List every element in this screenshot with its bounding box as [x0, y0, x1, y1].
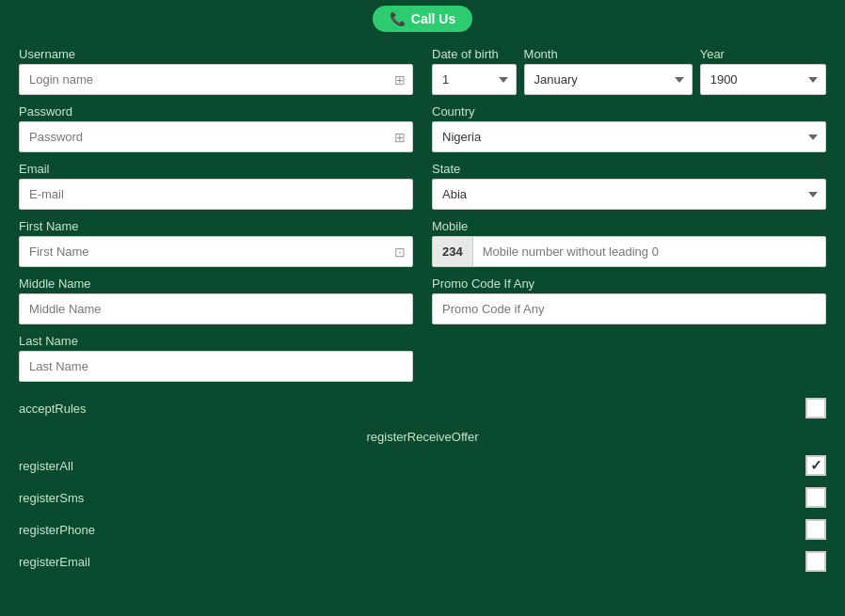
checkboxes-section: acceptRules registerReceiveOffer registe…: [0, 391, 845, 578]
state-select[interactable]: AbiaAdamawaAkwa IbomAnambraBauchiBayelsa…: [432, 179, 826, 210]
password-field-group: Password ⊞: [19, 104, 413, 152]
lastname-input[interactable]: [19, 351, 413, 382]
password-input-wrapper: ⊞: [19, 121, 413, 152]
register-all-label: registerAll: [19, 459, 73, 473]
main-form: Username ⊞ Password ⊞ Email First Name ⊡: [0, 38, 845, 391]
firstname-label: First Name: [19, 219, 413, 233]
email-field-group: Email: [19, 162, 413, 210]
middlename-label: Middle Name: [19, 276, 413, 291]
register-email-label: registerEmail: [19, 555, 90, 569]
dob-month-col: JanuaryFebruaryMarchAprilMayJuneJulyAugu…: [524, 64, 693, 95]
phone-icon: 📞: [390, 11, 406, 26]
dob-field-group: Date of birth Month Year 123456789101112…: [432, 47, 826, 95]
firstname-field-group: First Name ⊡: [19, 219, 413, 267]
register-receive-offer-label: registerReceiveOffer: [19, 428, 826, 446]
left-column: Username ⊞ Password ⊞ Email First Name ⊡: [19, 47, 413, 382]
password-label: Password: [19, 104, 413, 118]
dob-month-col-label: Month: [524, 47, 693, 61]
register-phone-row: registerPhone: [19, 517, 826, 542]
dob-day-col: 1234567891011121314151617181920212223242…: [432, 64, 517, 95]
month-label: Month: [524, 47, 693, 61]
mobile-label: Mobile: [432, 219, 826, 233]
dob-label-row: Date of birth Month Year: [432, 47, 826, 61]
middlename-field-group: Middle Name: [19, 276, 413, 324]
lastname-field-group: Last Name: [19, 334, 413, 382]
register-email-checkbox[interactable]: [805, 551, 826, 572]
middlename-input[interactable]: [19, 293, 413, 324]
accept-rules-label: acceptRules: [19, 402, 87, 416]
username-icon: ⊞: [394, 72, 406, 87]
dob-day-select[interactable]: 1234567891011121314151617181920212223242…: [432, 64, 517, 95]
country-select[interactable]: Nigeria: [432, 121, 826, 152]
username-input-wrapper: ⊞: [19, 64, 413, 95]
dob-day-col: Date of birth: [432, 47, 517, 61]
email-label: Email: [19, 162, 413, 176]
register-phone-label: registerPhone: [19, 523, 95, 537]
username-input[interactable]: [19, 64, 413, 95]
right-column: Date of birth Month Year 123456789101112…: [432, 47, 826, 382]
password-input[interactable]: [19, 121, 413, 152]
dob-year-select[interactable]: 1900190119021903190419051906190719081909…: [700, 64, 826, 95]
year-label: Year: [700, 47, 826, 61]
promo-input[interactable]: [432, 293, 826, 324]
firstname-input-wrapper: ⊡: [19, 236, 413, 267]
mobile-input-row: 234: [432, 236, 826, 267]
register-phone-checkbox[interactable]: [805, 519, 826, 540]
register-email-row: registerEmail: [19, 549, 826, 574]
email-input[interactable]: [19, 179, 413, 210]
mobile-prefix: 234: [433, 237, 473, 266]
password-icon: ⊞: [394, 130, 406, 145]
register-sms-checkbox[interactable]: [805, 487, 826, 508]
register-sms-label: registerSms: [19, 491, 84, 505]
accept-rules-checkbox[interactable]: [805, 398, 826, 419]
mobile-field-group: Mobile 234: [432, 219, 826, 267]
country-field-group: Country Nigeria: [432, 104, 826, 152]
call-us-label: Call Us: [411, 11, 455, 26]
promo-label: Promo Code If Any: [432, 276, 826, 291]
accept-rules-row: acceptRules: [19, 396, 826, 420]
dob-month-select[interactable]: JanuaryFebruaryMarchAprilMayJuneJulyAugu…: [524, 64, 693, 95]
country-label: Country: [432, 104, 826, 118]
firstname-icon: ⊡: [394, 245, 406, 260]
register-all-checkbox[interactable]: [805, 455, 826, 476]
top-bar: 📞 Call Us: [0, 0, 845, 38]
dob-year-col-label: Year: [700, 47, 826, 61]
username-label: Username: [19, 47, 413, 61]
promo-field-group: Promo Code If Any: [432, 276, 826, 324]
username-field-group: Username ⊞: [19, 47, 413, 95]
state-field-group: State AbiaAdamawaAkwa IbomAnambraBauchiB…: [432, 162, 826, 210]
state-label: State: [432, 162, 826, 176]
dob-year-col: 1900190119021903190419051906190719081909…: [700, 64, 826, 95]
register-all-row: registerAll: [19, 453, 826, 478]
dob-label: Date of birth: [432, 47, 517, 61]
dob-inputs-row: 1234567891011121314151617181920212223242…: [432, 64, 826, 95]
firstname-input[interactable]: [19, 236, 413, 267]
register-sms-row: registerSms: [19, 485, 826, 510]
lastname-label: Last Name: [19, 334, 413, 348]
mobile-input[interactable]: [473, 237, 825, 266]
call-us-button[interactable]: 📞 Call Us: [373, 6, 472, 32]
